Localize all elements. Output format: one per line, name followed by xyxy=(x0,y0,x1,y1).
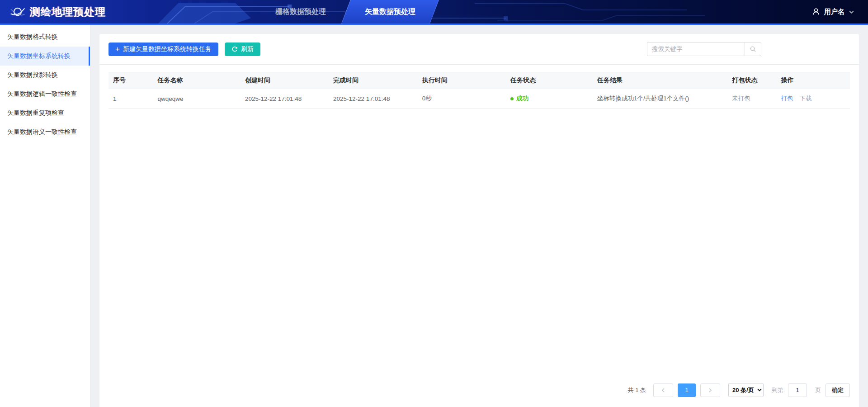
col-finished-time: 完成时间 xyxy=(329,72,418,89)
status-text: 成功 xyxy=(516,95,528,103)
sidebar-item-logic-consistency-check[interactable]: 矢量数据逻辑一致性检查 xyxy=(0,85,90,104)
col-exec-time: 执行时间 xyxy=(418,72,506,89)
refresh-button-label: 刷新 xyxy=(241,45,254,53)
download-link[interactable]: 下载 xyxy=(799,95,811,102)
col-task-name: 任务名称 xyxy=(153,72,241,89)
col-task-result: 任务结果 xyxy=(593,72,727,89)
new-task-button-label: 新建矢量数据坐标系统转换任务 xyxy=(123,45,212,53)
search-input[interactable] xyxy=(647,42,745,56)
col-index: 序号 xyxy=(108,72,153,89)
toolbar: + 新建矢量数据坐标系统转换任务 刷新 xyxy=(99,34,859,65)
prev-page-button[interactable] xyxy=(653,383,673,397)
col-actions: 操作 xyxy=(777,72,850,89)
pagination-total: 共 1 条 xyxy=(628,386,646,394)
user-name: 用户名 xyxy=(824,8,844,16)
sidebar-item-label: 矢量数据投影转换 xyxy=(7,71,58,79)
plus-icon: + xyxy=(115,45,120,53)
sidebar-item-label: 矢量数据格式转换 xyxy=(7,33,58,41)
col-created-time: 创建时间 xyxy=(241,72,329,89)
sidebar-item-label: 矢量数据重复项检查 xyxy=(7,109,64,117)
tab-label: 矢量数据预处理 xyxy=(365,7,415,17)
search-box xyxy=(647,42,761,56)
page-number-button[interactable]: 1 xyxy=(678,383,696,397)
app-title: 测绘地理预处理 xyxy=(30,5,106,19)
user-icon xyxy=(812,8,820,16)
app-logo: 测绘地理预处理 xyxy=(0,4,106,19)
tab-vector-preprocess[interactable]: 矢量数据预处理 xyxy=(346,0,434,24)
app-root: 测绘地理预处理 栅格数据预处理 矢量数据预处理 用户名 矢量数据 xyxy=(0,0,868,407)
status-badge: 成功 xyxy=(510,95,588,103)
chevron-down-icon xyxy=(849,9,854,15)
chevron-left-icon xyxy=(660,388,666,393)
sidebar-item-format-convert[interactable]: 矢量数据格式转换 xyxy=(0,28,90,47)
task-table-zone: 序号 任务名称 创建时间 完成时间 执行时间 任务状态 任务结果 打包状态 操作 xyxy=(99,65,859,109)
sidebar-item-projection-convert[interactable]: 矢量数据投影转换 xyxy=(0,66,90,85)
refresh-icon xyxy=(231,46,238,52)
sidebar-item-coord-system-convert[interactable]: 矢量数据坐标系统转换 xyxy=(0,47,90,66)
col-task-status: 任务状态 xyxy=(506,72,593,89)
page-size-select[interactable]: 20 条/页 xyxy=(728,383,764,397)
package-link[interactable]: 打包 xyxy=(781,95,793,102)
cell-task-result: 坐标转换成功1个/共处理1个文件() xyxy=(593,89,727,109)
cell-created-time: 2025-12-22 17:01:48 xyxy=(241,89,329,109)
pagination: 共 1 条 1 20 条/页 到第 xyxy=(99,383,859,407)
sidebar-item-semantic-consistency-check[interactable]: 矢量数据语义一致性检查 xyxy=(0,123,90,142)
cell-index: 1 xyxy=(108,89,153,109)
col-package-status: 打包状态 xyxy=(727,72,776,89)
confirm-button[interactable]: 确定 xyxy=(826,383,850,397)
goto-suffix-label: 页 xyxy=(815,386,821,394)
task-table: 序号 任务名称 创建时间 完成时间 执行时间 任务状态 任务结果 打包状态 操作 xyxy=(108,72,850,109)
tab-raster-preprocess[interactable]: 栅格数据预处理 xyxy=(255,0,346,24)
table-row: 1 qwqeqwe 2025-12-22 17:01:48 2025-12-22… xyxy=(108,89,850,109)
cell-task-name: qwqeqwe xyxy=(153,89,241,109)
chevron-right-icon xyxy=(708,388,713,393)
status-dot-icon xyxy=(510,97,514,100)
header-tabs: 栅格数据预处理 矢量数据预处理 xyxy=(255,0,434,24)
user-menu[interactable]: 用户名 xyxy=(812,8,868,16)
next-page-button[interactable] xyxy=(700,383,720,397)
sidebar-item-label: 矢量数据语义一致性检查 xyxy=(7,128,77,136)
search-button[interactable] xyxy=(745,42,761,56)
sidebar-item-label: 矢量数据逻辑一致性检查 xyxy=(7,90,77,98)
search-icon xyxy=(750,46,756,52)
refresh-button[interactable]: 刷新 xyxy=(225,43,260,56)
new-task-button[interactable]: + 新建矢量数据坐标系统转换任务 xyxy=(108,43,218,56)
tab-label: 栅格数据预处理 xyxy=(275,7,326,17)
cell-package-status: 未打包 xyxy=(727,89,776,109)
table-header-row: 序号 任务名称 创建时间 完成时间 执行时间 任务状态 任务结果 打包状态 操作 xyxy=(108,72,850,89)
goto-prefix-label: 到第 xyxy=(772,386,783,394)
goto-page-input[interactable] xyxy=(788,383,807,397)
main-content: + 新建矢量数据坐标系统转换任务 刷新 xyxy=(90,25,868,407)
cell-finished-time: 2025-12-22 17:01:48 xyxy=(329,89,418,109)
sidebar-item-duplicate-check[interactable]: 矢量数据重复项检查 xyxy=(0,104,90,123)
content-panel: + 新建矢量数据坐标系统转换任务 刷新 xyxy=(99,34,859,407)
cell-exec-time: 0秒 xyxy=(418,89,506,109)
top-header: 测绘地理预处理 栅格数据预处理 矢量数据预处理 用户名 xyxy=(0,0,868,25)
sidebar-item-label: 矢量数据坐标系统转换 xyxy=(7,52,71,60)
sidebar: 矢量数据格式转换 矢量数据坐标系统转换 矢量数据投影转换 矢量数据逻辑一致性检查… xyxy=(0,25,90,407)
globe-logo-icon xyxy=(10,4,25,19)
empty-space xyxy=(99,109,859,383)
